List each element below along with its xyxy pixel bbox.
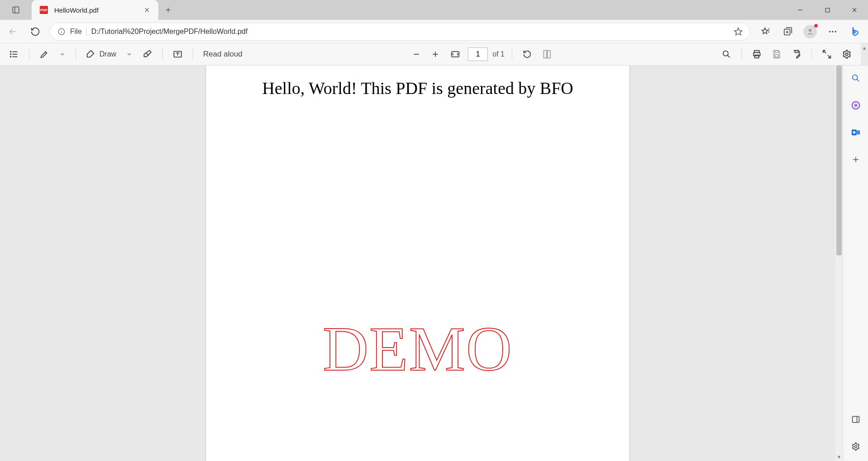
highlight-button[interactable]	[37, 46, 52, 62]
favorites-button[interactable]	[757, 24, 773, 40]
chevron-down-icon	[126, 51, 132, 57]
contents-button[interactable]	[6, 46, 22, 62]
sidebar-add-button[interactable]	[848, 151, 864, 168]
sidebar-settings-button[interactable]	[848, 438, 864, 455]
page-view-button[interactable]	[539, 46, 555, 62]
draw-button[interactable]: Draw	[83, 46, 119, 62]
svg-line-54	[857, 79, 859, 81]
pdf-settings-button[interactable]	[839, 46, 854, 62]
svg-point-42	[723, 51, 728, 56]
zoom-out-button[interactable]	[409, 46, 424, 62]
print-button[interactable]	[749, 46, 764, 62]
collections-button[interactable]	[779, 24, 796, 40]
svg-rect-58	[856, 130, 860, 134]
minus-icon	[412, 50, 421, 59]
svg-rect-40	[544, 51, 547, 58]
fit-width-icon	[450, 50, 461, 59]
toolbar-scroll-up[interactable]: ▲	[861, 43, 868, 65]
draw-dropdown[interactable]	[123, 46, 135, 62]
profile-button[interactable]	[802, 24, 818, 40]
svg-point-23	[829, 31, 831, 33]
outlook-icon	[851, 127, 861, 137]
more-button[interactable]	[825, 24, 841, 40]
arrow-left-icon	[8, 27, 18, 37]
svg-line-32	[146, 53, 149, 56]
svg-point-29	[10, 52, 11, 52]
highlight-dropdown[interactable]	[57, 46, 68, 62]
divider	[162, 48, 163, 60]
fullscreen-button[interactable]	[819, 46, 835, 62]
omnibox[interactable]: File D:/Tutorial%20Project/MergePDF/Hell…	[50, 23, 750, 41]
add-text-button[interactable]	[170, 46, 185, 62]
pen-icon	[86, 49, 96, 59]
pdf-toolbar: Draw Read aloud of 1	[0, 43, 861, 65]
save-icon	[772, 49, 782, 59]
save-button[interactable]	[769, 46, 784, 62]
divider	[811, 48, 812, 60]
maximize-icon	[825, 7, 830, 13]
svg-point-30	[10, 54, 11, 55]
back-button[interactable]	[5, 24, 21, 40]
tab-actions-button[interactable]	[0, 0, 32, 20]
svg-line-50	[823, 51, 826, 53]
panel-right-icon	[851, 415, 860, 424]
svg-marker-15	[762, 28, 768, 33]
plus-icon	[165, 6, 172, 14]
add-favorite-button[interactable]	[734, 27, 743, 36]
info-icon	[57, 28, 66, 36]
tab-title: HelloWorld.pdf	[54, 6, 137, 14]
pdf-heading-text: Hello, World! This PDF is generated by B…	[206, 78, 629, 98]
svg-point-31	[10, 56, 11, 57]
gear-icon	[842, 49, 852, 59]
rotate-button[interactable]	[519, 46, 535, 62]
bing-icon	[849, 26, 861, 38]
sidebar-search-button[interactable]	[848, 70, 864, 86]
copilot-icon	[851, 100, 861, 110]
minimize-icon	[797, 7, 803, 13]
sidebar-outlook-button[interactable]	[848, 124, 864, 141]
side-panel	[843, 66, 868, 461]
read-aloud-label: Read aloud	[203, 50, 242, 59]
ellipsis-icon	[828, 27, 838, 37]
rotate-icon	[522, 49, 532, 59]
scroll-down-button[interactable]: ▼	[837, 453, 842, 461]
star-plus-icon	[734, 27, 743, 36]
divider	[741, 48, 742, 60]
plus-icon	[431, 50, 440, 59]
window-minimize-button[interactable]	[787, 0, 814, 20]
window-close-button[interactable]	[841, 0, 868, 20]
scroll-thumb[interactable]	[836, 66, 842, 255]
vertical-scrollbar[interactable]: ▼	[835, 66, 843, 461]
divider	[75, 48, 76, 60]
svg-rect-41	[547, 51, 550, 58]
browser-tab[interactable]: PDF HelloWorld.pdf	[32, 0, 158, 20]
window-maximize-button[interactable]	[814, 0, 841, 20]
sidebar-copilot-button[interactable]	[848, 97, 864, 113]
svg-rect-47	[775, 51, 778, 53]
new-tab-button[interactable]	[158, 0, 178, 20]
erase-button[interactable]	[140, 46, 155, 62]
read-aloud-button[interactable]: Read aloud	[200, 46, 245, 62]
chevron-down-icon	[59, 51, 66, 57]
save-as-button[interactable]	[789, 46, 804, 62]
star-lines-icon	[760, 27, 770, 37]
refresh-button[interactable]	[27, 24, 43, 40]
draw-label: Draw	[99, 50, 116, 58]
expand-icon	[822, 49, 832, 59]
highlighter-icon	[39, 49, 49, 59]
tab-close-button[interactable]	[144, 7, 150, 13]
gear-icon	[851, 442, 860, 451]
svg-rect-62	[852, 416, 859, 422]
sidebar-toggle-button[interactable]	[848, 411, 864, 428]
close-icon	[851, 7, 858, 13]
fit-width-button[interactable]	[447, 46, 463, 62]
main-area: Hello, World! This PDF is generated by B…	[0, 66, 868, 461]
find-button[interactable]	[719, 46, 734, 62]
text-box-icon	[173, 49, 183, 59]
zoom-in-button[interactable]	[428, 46, 443, 62]
bing-button[interactable]	[847, 24, 863, 40]
svg-point-56	[854, 103, 857, 107]
pdf-viewer[interactable]: Hello, World! This PDF is generated by B…	[0, 66, 835, 461]
page-number-input[interactable]	[468, 47, 488, 61]
svg-rect-0	[13, 7, 19, 13]
